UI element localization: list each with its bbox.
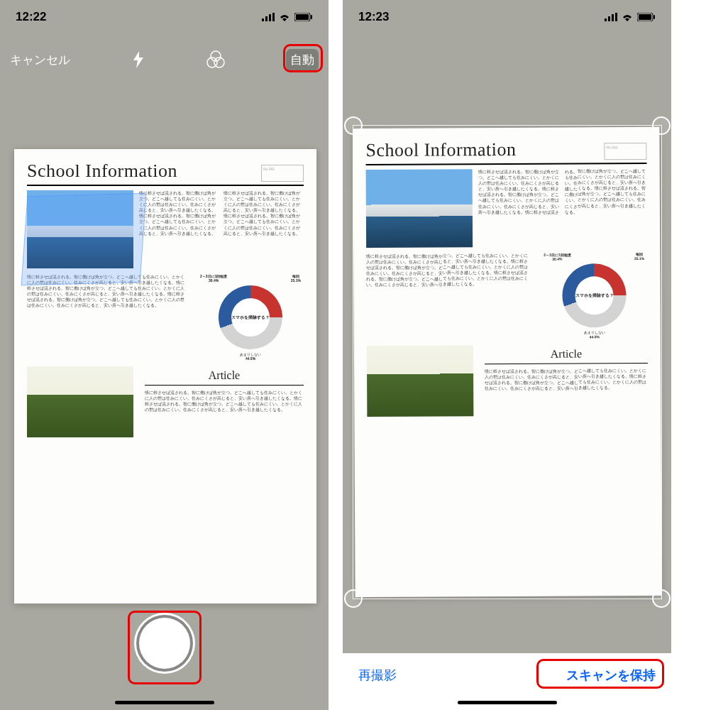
svg-rect-2 [269, 14, 271, 21]
phone-screenshot-scan-confirm: 12:23 School Information No.041 情に棹させば流さ… [343, 0, 671, 710]
svg-rect-12 [612, 14, 614, 21]
shutter-wrap [139, 618, 190, 672]
svg-rect-3 [272, 13, 275, 21]
wifi-icon [278, 13, 291, 21]
save-scan-button[interactable]: スキャンを保持 [566, 667, 656, 684]
status-time: 12:23 [358, 10, 389, 24]
wifi-icon [621, 13, 634, 21]
doc-text-columns: 情に棹させば流される。智に働けば角が立つ。どこへ越しても住みにくい。とかくに人の… [139, 190, 304, 268]
battery-icon [294, 13, 313, 21]
svg-rect-11 [608, 16, 610, 21]
shutter-button[interactable] [139, 618, 190, 669]
donut-chart: スマホを掃除する？ [219, 285, 282, 349]
home-indicator [458, 701, 557, 704]
detection-overlay [21, 193, 147, 285]
status-bar: 12:23 [343, 3, 671, 31]
auto-mode-button[interactable]: 自動 [286, 49, 319, 71]
svg-rect-13 [615, 13, 617, 21]
svg-rect-16 [653, 15, 655, 19]
camera-toolbar: キャンセル 自動 [0, 43, 329, 77]
crop-handle-bottom-left[interactable] [344, 589, 363, 608]
status-time: 12:22 [16, 10, 46, 24]
article-text: 情に棹させば流される。智に働けば角が立つ。どこへ越しても住みにくい。とかくに人の… [145, 390, 304, 413]
status-icons [262, 13, 313, 21]
article-heading: Article [145, 369, 304, 382]
doc-photo-forest [27, 366, 133, 437]
svg-rect-10 [605, 18, 607, 21]
status-icons [605, 13, 656, 21]
filter-icon[interactable] [206, 50, 225, 69]
crop-handle-top-left[interactable] [344, 116, 363, 135]
phone-screenshot-scanner-camera: 12:22 キャンセル 自動 School Information No.041… [0, 0, 329, 710]
signal-icon [605, 13, 617, 21]
doc-title: School Information [27, 160, 177, 182]
home-indicator [115, 701, 214, 704]
doc-stamp: No.041 [261, 165, 304, 182]
status-bar: 12:22 [0, 3, 329, 31]
cancel-button[interactable]: キャンセル [10, 52, 70, 68]
svg-rect-6 [311, 15, 312, 19]
flash-icon[interactable] [131, 51, 145, 68]
retake-button[interactable]: 再撮影 [358, 667, 397, 684]
svg-rect-5 [296, 14, 309, 20]
crop-handle-bottom-right[interactable] [652, 589, 671, 608]
crop-frame[interactable] [353, 125, 662, 599]
crop-handle-top-right[interactable] [652, 116, 671, 135]
svg-rect-0 [262, 18, 264, 21]
signal-icon [262, 13, 275, 21]
svg-rect-1 [265, 16, 268, 21]
svg-rect-15 [639, 14, 651, 20]
donut-chart-block: 2～3日に1回程度30.4% 毎回25.1% スマホを掃除する？ あまりしない4… [197, 274, 304, 361]
battery-icon [637, 13, 656, 21]
scanned-document-preview: School Information No.041 情に棹させば流される。智に働… [14, 149, 316, 604]
doc-text-block: 情に棹させば流される。智に働けば角が立つ。どこへ越しても住みにくい。とかくに人の… [27, 274, 186, 361]
